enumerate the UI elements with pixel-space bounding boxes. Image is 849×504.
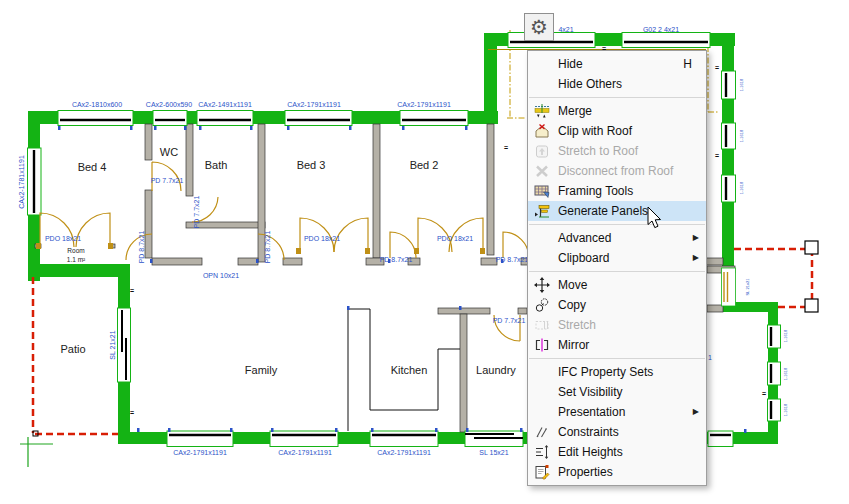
menu-separator	[529, 97, 705, 98]
menu-item-label: Mirror	[558, 338, 706, 352]
menu-item-merge[interactable]: Merge	[528, 101, 706, 121]
menu-item-properties[interactable]: Properties	[528, 462, 706, 482]
menu-icon-blank	[534, 384, 550, 400]
menu-item-label: Set Visibility	[558, 385, 706, 399]
copy-icon	[534, 297, 550, 313]
menu-item-edit-heights[interactable]: Edit Heights	[528, 442, 706, 462]
menu-shortcut: H	[683, 57, 692, 71]
menu-item-hide[interactable]: HideH	[528, 54, 706, 74]
settings-gear-button[interactable]: ⚙	[524, 13, 554, 41]
menu-item-label: Disconnect from Roof	[558, 164, 706, 178]
menu-separator	[529, 271, 705, 272]
menu-item-label: Merge	[558, 104, 706, 118]
floor-plan-view[interactable]: Bed 4WCBathBed 3Bed 2PatioFamilyKitchenL…	[0, 0, 849, 504]
submenu-arrow-icon: ▶	[693, 253, 699, 262]
menu-item-hide-others[interactable]: Hide Others	[528, 74, 706, 94]
menu-item-mirror[interactable]: Mirror	[528, 335, 706, 355]
menu-item-clipboard[interactable]: Clipboard▶	[528, 248, 706, 268]
menu-separator	[529, 224, 705, 225]
menu-icon-blank	[534, 76, 550, 92]
menu-item-label: Edit Heights	[558, 445, 706, 459]
floor-plan-canvas[interactable]	[0, 0, 849, 504]
menu-item-move[interactable]: Move	[528, 275, 706, 295]
menu-item-label: IFC Property Sets	[558, 365, 706, 379]
menu-icon-blank	[534, 56, 550, 72]
kitchen-bench[interactable]	[348, 309, 460, 431]
menu-item-label: Hide	[558, 57, 683, 71]
submenu-arrow-icon: ▶	[693, 407, 699, 416]
menu-item-stretch: Stretch	[528, 315, 706, 335]
menu-item-label: Stretch to Roof	[558, 144, 706, 158]
menu-item-generate-panels[interactable]: Generate Panels	[528, 201, 706, 221]
menu-icon-blank	[534, 230, 550, 246]
menu-item-label: Clipboard	[558, 251, 706, 265]
menu-item-label: Advanced	[558, 231, 706, 245]
move-icon	[534, 277, 550, 293]
menu-item-constraints[interactable]: Constraints	[528, 422, 706, 442]
menu-item-label: Clip with Roof	[558, 124, 706, 138]
menu-item-clip-with-roof[interactable]: Clip with Roof	[528, 121, 706, 141]
menu-item-framing-tools[interactable]: Framing Tools	[528, 181, 706, 201]
edit-heights-icon	[534, 444, 550, 460]
origin-crosshair	[20, 437, 53, 467]
menu-item-label: Properties	[558, 465, 706, 479]
menu-item-label: Framing Tools	[558, 184, 706, 198]
menu-item-disconnect-from-roof: Disconnect from Roof	[528, 161, 706, 181]
menu-item-label: Stretch	[558, 318, 706, 332]
mirror-icon	[534, 337, 550, 353]
gear-icon: ⚙	[530, 15, 548, 39]
menu-item-presentation[interactable]: Presentation▶	[528, 402, 706, 422]
menu-icon-blank	[534, 364, 550, 380]
constraints-icon	[534, 424, 550, 440]
stretch-icon	[534, 317, 550, 333]
menu-icon-blank	[534, 404, 550, 420]
context-menu: HideHHide OthersMergeClip with RoofStret…	[527, 50, 707, 486]
properties-icon	[534, 464, 550, 480]
clip-with-roof-icon	[534, 123, 550, 139]
menu-item-label: Presentation	[558, 405, 706, 419]
disconnect-from-roof-icon	[534, 163, 550, 179]
menu-item-label: Hide Others	[558, 77, 706, 91]
submenu-arrow-icon: ▶	[693, 233, 699, 242]
merge-icon	[534, 103, 550, 119]
menu-item-stretch-to-roof: Stretch to Roof	[528, 141, 706, 161]
framing-tools-icon	[534, 183, 550, 199]
menu-item-label: Move	[558, 278, 706, 292]
menu-item-label: Copy	[558, 298, 706, 312]
menu-item-ifc-property-sets[interactable]: IFC Property Sets	[528, 362, 706, 382]
menu-separator	[529, 358, 705, 359]
generate-panels-icon	[534, 203, 550, 219]
menu-item-set-visibility[interactable]: Set Visibility	[528, 382, 706, 402]
menu-item-label: Generate Panels	[558, 204, 706, 218]
menu-item-label: Constraints	[558, 425, 706, 439]
menu-icon-blank	[534, 250, 550, 266]
menu-item-copy[interactable]: Copy	[528, 295, 706, 315]
stretch-to-roof-icon	[534, 143, 550, 159]
menu-item-advanced[interactable]: Advanced▶	[528, 228, 706, 248]
